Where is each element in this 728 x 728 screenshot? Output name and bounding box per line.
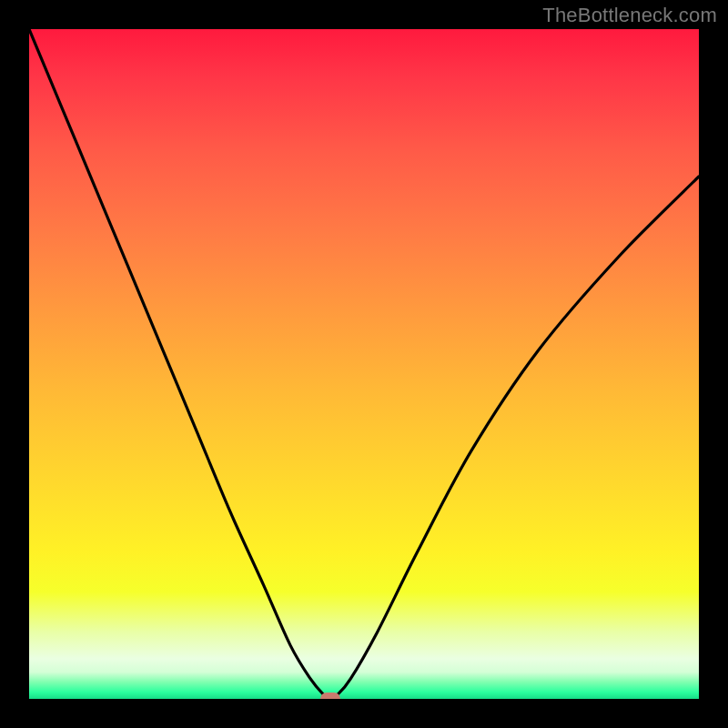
plot-area bbox=[29, 29, 699, 699]
bottleneck-curve bbox=[29, 29, 699, 699]
curve-svg bbox=[29, 29, 699, 699]
optimum-marker bbox=[320, 693, 340, 699]
chart-frame: TheBottleneck.com bbox=[0, 0, 728, 728]
watermark-text: TheBottleneck.com bbox=[542, 4, 717, 27]
